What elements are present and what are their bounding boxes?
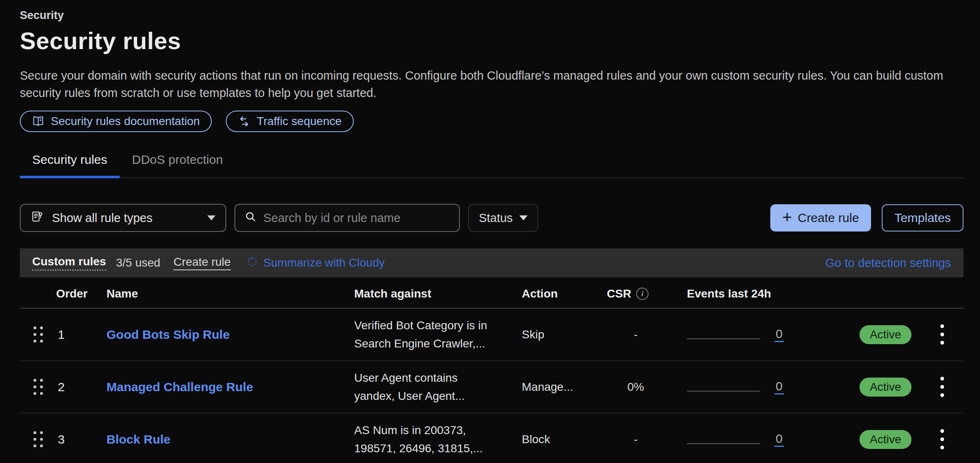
table-row: 1 Good Bots Skip Rule Verified Bot Categ…	[20, 309, 963, 361]
doc-button-label: Security rules documentation	[51, 115, 200, 128]
col-csr: CSR i	[607, 287, 687, 300]
info-icon[interactable]: i	[636, 288, 649, 300]
match-line-1: Verified Bot Category is in	[354, 319, 487, 332]
caret-down-icon	[207, 215, 215, 220]
custom-rules-bar: Custom rules 3/5 used Create rule Summar…	[20, 248, 963, 277]
rule-action: Manage...	[522, 380, 607, 394]
create-rule-button[interactable]: + Create rule	[770, 204, 871, 232]
rule-name-link[interactable]: Managed Challenge Rule	[107, 380, 253, 394]
rule-action: Block	[522, 433, 607, 446]
magnifier-icon	[244, 210, 257, 226]
caret-down-icon	[519, 215, 528, 220]
rule-type-filter-select[interactable]: Show all rule types	[20, 204, 226, 232]
table-row: 3 Block Rule AS Num is in 200373, 198571…	[20, 413, 963, 463]
col-order: Order	[56, 287, 107, 300]
search-box	[234, 204, 460, 232]
events-sparkline	[687, 443, 760, 444]
drag-handle-icon[interactable]	[30, 379, 46, 395]
open-book-icon	[32, 115, 45, 128]
col-action: Action	[522, 287, 607, 300]
rule-csr: -	[607, 433, 665, 446]
status-badge: Active	[859, 430, 911, 449]
rule-csr: -	[607, 328, 665, 341]
drag-handle-icon[interactable]	[30, 431, 46, 447]
events-sparkline	[687, 338, 760, 339]
status-filter-select[interactable]: Status	[468, 204, 538, 232]
status-filter-label: Status	[479, 211, 513, 225]
rule-action: Skip	[522, 328, 607, 341]
security-rules-page: Security Security rules Secure your doma…	[0, 0, 980, 463]
rule-order: 3	[56, 432, 107, 446]
col-events: Events last 24h	[687, 287, 850, 300]
rule-type-filter-value: Show all rule types	[52, 211, 152, 225]
swap-arrows-icon	[238, 115, 251, 128]
events-count-link[interactable]: 0	[774, 327, 784, 342]
match-line-2: yandex, User Agent...	[354, 390, 465, 402]
sparkle-icon	[246, 256, 258, 270]
page-title: Security rules	[20, 27, 963, 54]
rule-name-link[interactable]: Good Bots Skip Rule	[107, 328, 230, 341]
col-match: Match against	[354, 287, 522, 300]
match-line-2: Search Engine Crawler,...	[354, 337, 485, 350]
rule-match: User Agent contains yandex, User Agent..…	[354, 369, 522, 405]
events-count-link[interactable]: 0	[774, 379, 784, 394]
match-line-2: 198571, 26496, 31815,...	[354, 442, 483, 455]
match-line-1: User Agent contains	[354, 371, 458, 384]
breadcrumb: Security	[20, 9, 963, 22]
traffic-sequence-button[interactable]: Traffic sequence	[226, 111, 353, 132]
table-header-row: Order Name Match against Action CSR i Ev…	[20, 287, 963, 309]
templates-button[interactable]: Templates	[882, 204, 963, 232]
summarize-label: Summarize with Cloudy	[263, 256, 385, 269]
events-count-link[interactable]: 0	[774, 432, 784, 447]
security-rules-documentation-button[interactable]: Security rules documentation	[20, 111, 212, 132]
kebab-menu-icon[interactable]	[936, 425, 948, 454]
traffic-button-label: Traffic sequence	[257, 115, 341, 128]
table-row: 2 Managed Challenge Rule User Agent cont…	[20, 361, 963, 413]
tab-bar: Security rules DDoS protection	[20, 153, 963, 178]
kebab-menu-icon[interactable]	[936, 373, 948, 401]
rule-events: 0	[687, 327, 850, 342]
tab-ddos-protection[interactable]: DDoS protection	[120, 153, 235, 177]
header-links: Security rules documentation Traffic seq…	[20, 111, 963, 132]
search-input[interactable]	[263, 211, 450, 225]
custom-rules-usage: 3/5 used	[116, 256, 160, 269]
match-line-1: AS Num is in 200373,	[354, 424, 466, 437]
summarize-with-cloudy-link[interactable]: Summarize with Cloudy	[246, 256, 385, 270]
filter-toolbar: Show all rule types Status + Create rule…	[20, 204, 963, 232]
rule-match: Verified Bot Category is in Search Engin…	[354, 317, 522, 353]
status-badge: Active	[859, 325, 911, 344]
rule-order: 1	[56, 328, 107, 342]
rule-name-link[interactable]: Block Rule	[107, 432, 170, 446]
custom-rules-title[interactable]: Custom rules	[32, 255, 106, 271]
rule-order: 2	[56, 380, 107, 394]
document-wrench-icon	[31, 210, 44, 226]
create-rule-label: Create rule	[798, 211, 859, 225]
page-description: Secure your domain with security actions…	[20, 67, 963, 102]
rule-events: 0	[687, 432, 850, 447]
rule-events: 0	[687, 379, 850, 394]
custom-rules-create-link[interactable]: Create rule	[173, 255, 231, 270]
csr-header-label: CSR	[607, 287, 631, 300]
tab-security-rules[interactable]: Security rules	[20, 153, 120, 177]
rule-csr: 0%	[607, 380, 665, 394]
col-name: Name	[107, 287, 354, 300]
drag-handle-icon[interactable]	[30, 326, 46, 343]
events-sparkline	[687, 391, 760, 392]
kebab-menu-icon[interactable]	[936, 320, 948, 349]
rule-match: AS Num is in 200373, 198571, 26496, 3181…	[354, 421, 522, 458]
status-badge: Active	[859, 378, 911, 397]
go-to-detection-settings-link[interactable]: Go to detection settings	[825, 256, 951, 270]
